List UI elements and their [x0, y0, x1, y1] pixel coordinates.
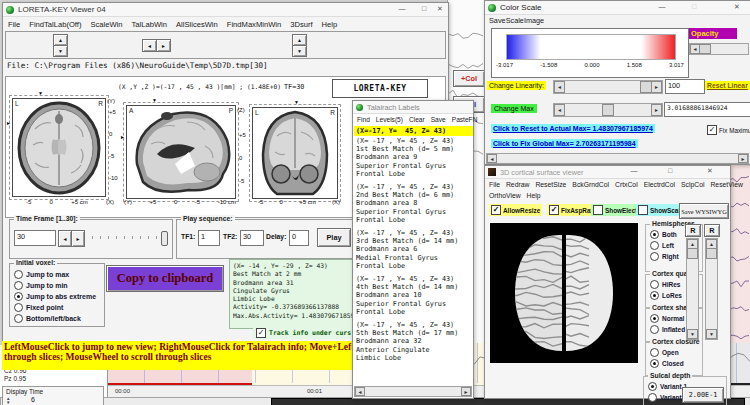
tf2-input[interactable]: 30 — [240, 230, 264, 246]
linearity-scroll-left-icon[interactable] — [554, 81, 565, 93]
time-frame-slider[interactable] — [92, 236, 166, 239]
talairach-menu-item-pastefn[interactable]: PasteFN — [452, 116, 478, 123]
color-scale-close-button[interactable] — [730, 1, 744, 13]
initial-voxel-option-bottom-left-back[interactable]: Bottom/left/back — [14, 314, 104, 323]
viewer3d-menu-item-resetview[interactable]: ResetView — [710, 181, 742, 188]
main-menu-item-file[interactable]: File — [8, 20, 20, 29]
sagittal-left-button[interactable] — [142, 39, 157, 52]
time-frame-next-button[interactable] — [71, 230, 85, 247]
surface-viewport[interactable] — [490, 223, 638, 363]
axial-slice-view[interactable]: L R — [12, 98, 106, 197]
rotation2-down-icon[interactable] — [706, 329, 717, 339]
talairach-menu-item-clear[interactable]: Clear — [409, 116, 425, 123]
change-max-scrollbar-thumb[interactable] — [602, 104, 614, 116]
reset-actual-max-link[interactable]: Click to Reset to Actual Max= 1.48307967… — [491, 124, 655, 133]
color-scale-horizontal-scrollbar[interactable] — [486, 153, 749, 164]
change-max-scrollbar[interactable] — [553, 103, 663, 117]
viewer3d-menu-item-bckgrndcol[interactable]: BckGrndCol — [572, 181, 609, 188]
color-scale-maximize-button[interactable] — [687, 1, 701, 13]
initial-voxel-option-jump-to-min[interactable]: Jump to min — [14, 281, 104, 290]
linearity-scrollbar-thumb[interactable] — [640, 81, 652, 93]
talairach-menu-item-save[interactable]: Save — [431, 116, 446, 123]
talairach-horizontal-scrollbar[interactable] — [354, 386, 472, 397]
main-menu-item-scalewin[interactable]: ScaleWin — [90, 20, 122, 29]
surface-viewer-title-bar[interactable]: 3D cortical surface viewer — [485, 166, 730, 179]
add-column-button[interactable]: +Col — [453, 70, 485, 87]
initial-voxel-option-jump-to-abs-extreme[interactable]: Jump to abs extreme — [14, 292, 104, 301]
talairach-menu-item-levels-5-[interactable]: Levels(5) — [376, 116, 403, 123]
copy-to-clipboard-button[interactable]: Copy to clipboard — [106, 265, 224, 292]
talairach-scroll-left-icon[interactable] — [355, 387, 365, 396]
change-max-scroll-left-icon[interactable] — [554, 104, 565, 116]
play-button[interactable]: Play — [317, 228, 351, 247]
loreta-title-bar[interactable]: LORETA-KEY Viewer 04 — [3, 3, 448, 17]
initial-voxel-option-fixed-point[interactable]: Fixed point — [14, 303, 104, 312]
color-scale-scroll-left-icon[interactable] — [487, 154, 497, 163]
main-menu-item-3dsurf[interactable]: 3Dsurf — [290, 20, 312, 29]
coronal-down-button[interactable] — [292, 45, 307, 57]
fix-maximum-checkbox[interactable] — [707, 125, 717, 135]
save-scale-image-menu-item[interactable]: SaveScaleImage — [489, 16, 544, 25]
showscalp-checkbox[interactable] — [638, 205, 648, 215]
track-info-row[interactable]: Track info under curs — [253, 327, 354, 339]
sagittal-slice-view[interactable]: A P — [126, 105, 236, 199]
display-time-value[interactable]: 6 — [31, 396, 35, 403]
linearity-scroll-right-icon[interactable] — [651, 81, 662, 93]
time-frame-slider-thumb[interactable] — [161, 231, 168, 246]
viewer3d-menu-item-sclpcol[interactable]: SclpCol — [681, 181, 704, 188]
delay-input[interactable]: 0 — [289, 230, 309, 246]
viewer3d-menu-item-resetsize[interactable]: ResetSize — [535, 181, 566, 188]
rotation2-thumb[interactable] — [706, 248, 717, 259]
time-frame-input[interactable]: 30 — [14, 230, 56, 246]
sagittal-right-button[interactable] — [156, 39, 171, 52]
coronal-slice-view[interactable]: L R — [252, 107, 338, 199]
color-scale-minimize-button[interactable] — [655, 1, 669, 13]
viewer3d-menu-item-orthoview[interactable]: OrthoView — [489, 192, 521, 199]
option-allowresize[interactable]: AllowResize — [489, 204, 542, 216]
maximize-button[interactable] — [417, 3, 431, 15]
rotation1-thumb[interactable] — [687, 248, 698, 259]
opacity-scrollbar-thumb[interactable] — [699, 44, 711, 54]
reset-linear-link[interactable]: Reset Linear — [705, 81, 750, 90]
linearity-value-input[interactable]: 100 — [665, 79, 705, 94]
main-menu-item-allsliceswin[interactable]: AllSlicesWin — [176, 20, 218, 29]
rotate-left-button[interactable]: R — [685, 224, 701, 237]
rotation1-down-icon[interactable] — [687, 329, 698, 339]
main-menu-item-help[interactable]: Help — [322, 20, 338, 29]
linearity-scrollbar[interactable] — [553, 80, 663, 94]
change-max-value-input[interactable]: 3.01688861846924 — [664, 102, 750, 117]
viewer3d-menu-item-redraw[interactable]: Redraw — [506, 181, 529, 188]
display-time-down-icon[interactable] — [6, 400, 10, 405]
viewer3d-menu-item-crtxcol[interactable]: CrtxCol — [615, 181, 638, 188]
surface-viewer-minimize-button[interactable] — [627, 165, 641, 177]
cortex-closure-option-closed[interactable]: Closed — [650, 359, 702, 368]
talairach-title-bar[interactable]: Talairach Labels — [353, 101, 473, 114]
close-button[interactable] — [433, 3, 447, 15]
color-scale-scroll-right-icon[interactable] — [738, 154, 748, 163]
fix-global-max-link[interactable]: Click to Fix Global Max= 2.7026317119598… — [491, 139, 638, 148]
rotate-right-button[interactable]: R — [704, 224, 720, 237]
minimize-button[interactable] — [395, 3, 409, 15]
track-info-checkbox[interactable] — [256, 328, 266, 338]
showelectrod-checkbox[interactable] — [593, 205, 603, 215]
allowresize-checkbox[interactable] — [491, 205, 501, 215]
talairach-results-list[interactable]: (X= -17 , Y= 45 , Z= 43)1st Best Match (… — [356, 137, 470, 385]
color-scale-title-bar[interactable]: Color Scale — [485, 1, 750, 15]
talairach-scroll-right-icon[interactable] — [461, 387, 471, 396]
sulcal-depth-value[interactable]: 2.00E-1 — [682, 387, 724, 403]
rotation-scrollbar-1[interactable] — [686, 238, 699, 340]
tf1-input[interactable]: 1 — [198, 230, 220, 246]
option-fixasprat[interactable]: FixAspRat — [547, 204, 595, 216]
fix-maximum-row[interactable]: Fix Maximum — [707, 125, 750, 135]
cortex-closure-option-open[interactable]: Open — [650, 348, 702, 357]
surface-viewer-maximize-button[interactable] — [663, 165, 677, 177]
talairach-menu-item-find[interactable]: Find — [357, 116, 370, 123]
fixasprat-checkbox[interactable] — [549, 205, 559, 215]
save-wysiwyg-button[interactable]: Save WYSIWYG — [679, 203, 729, 219]
viewer3d-menu-item-help[interactable]: Help — [527, 192, 541, 199]
rotation-scrollbar-2[interactable] — [705, 238, 718, 340]
viewer3d-menu-item-file[interactable]: File — [489, 181, 500, 188]
change-max-scroll-right-icon[interactable] — [651, 104, 662, 116]
surface-viewer-close-button[interactable] — [703, 165, 717, 177]
main-menu-item-findtallab-off-[interactable]: FindTalLab(Off) — [29, 20, 81, 29]
